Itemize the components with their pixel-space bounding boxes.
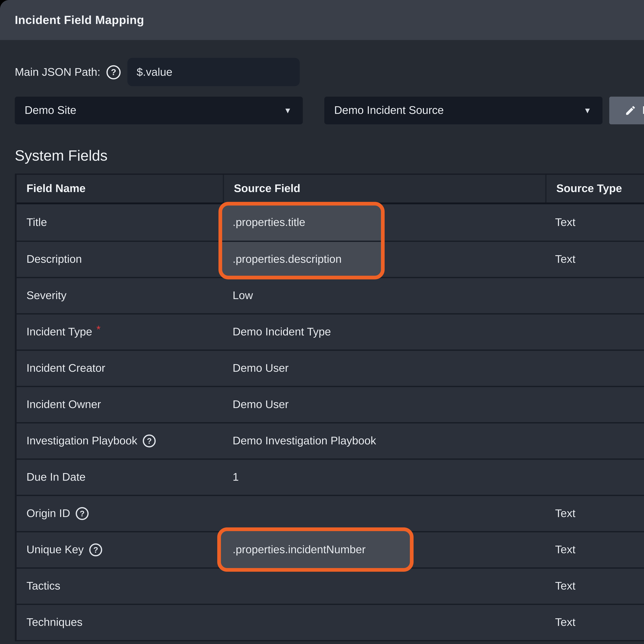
edit-source-button[interactable]: Edit Source [609,97,644,124]
field-name-cell: Severity [17,278,223,313]
incident-source-dropdown[interactable]: Demo Incident Source ▼ [324,97,603,124]
source-field-text: Demo Investigation Playbook [233,434,376,447]
dialog-title-bar: Incident Field Mapping × [0,0,644,40]
help-icon[interactable]: ? [143,434,156,447]
source-field-cell[interactable]: Low [223,278,545,313]
source-type-cell[interactable] [545,460,644,495]
table-row: Title .properties.title Text [17,204,644,241]
source-type-cell[interactable] [545,423,644,458]
source-type-cell[interactable]: Text [545,605,644,640]
table-row: Incident Type * Demo Incident Type [17,313,644,350]
table-row: Incident Owner Demo User [17,386,644,422]
field-name-cell: Unique Key ? [17,532,223,567]
table-row: Severity Low [17,277,644,313]
table-row: Unique Key ? .properties.incidentNumber … [17,531,644,567]
field-name-cell: Origin ID ? [17,496,223,531]
source-field-cell[interactable]: .properties.description [223,242,545,277]
source-field-cell[interactable] [223,605,545,640]
source-type-text: Text [555,616,575,629]
table-header-row: Field Name Source Field Source Type Rege… [17,173,644,204]
source-type-text: Text [555,580,575,593]
column-header-source-type: Source Type [545,175,644,202]
field-name-text: Description [26,253,82,266]
source-field-text: Demo User [233,398,289,411]
source-type-cell[interactable]: Text [545,569,644,604]
source-type-cell[interactable] [545,315,644,350]
source-field-text: Demo Incident Type [233,326,331,338]
column-header-field-name: Field Name [17,175,223,202]
main-json-path-input[interactable] [127,58,300,86]
source-type-cell[interactable]: Text [545,204,644,241]
source-field-cell[interactable]: Demo User [223,387,545,422]
field-name-text: Investigation Playbook [26,434,137,447]
field-name-cell: Incident Type * [17,315,223,350]
field-name-cell: Investigation Playbook ? [17,423,223,458]
source-field-cell[interactable]: Demo User [223,351,545,386]
source-type-cell[interactable] [545,387,644,422]
chevron-down-icon: ▼ [284,106,292,115]
pencil-icon [625,105,637,116]
table-row: Due In Date 1 [17,459,644,495]
source-field-cell[interactable]: Demo Incident Type [223,315,545,350]
dialog-title: Incident Field Mapping [15,13,144,27]
field-name-text: Severity [26,289,66,302]
edit-source-label: Edit Source [642,104,644,117]
source-field-cell[interactable]: .properties.incidentNumber [223,532,545,567]
main-json-path-row: Main JSON Path: ? [15,58,644,86]
source-type-cell[interactable]: Text [545,532,644,567]
column-header-source-field: Source Field [223,175,545,202]
source-type-text: Text [555,507,575,520]
table-body: Title .properties.title Text [17,204,644,640]
table-row: Investigation Playbook ? Demo Investigat… [17,422,644,459]
field-name-text: Incident Creator [26,362,105,375]
source-field-cell[interactable]: 1 [223,460,545,495]
chevron-down-icon: ▼ [583,106,591,115]
field-name-cell: Due In Date [17,460,223,495]
field-name-cell: Tactics [17,569,223,604]
table-row: Origin ID ? Text [17,495,644,531]
source-field-cell[interactable] [223,569,545,604]
field-name-text: Due In Date [26,471,86,484]
field-name-cell: Incident Creator [17,351,223,386]
field-name-text: Incident Owner [26,398,101,411]
site-dropdown[interactable]: Demo Site ▼ [15,97,303,124]
required-marker: * [96,323,101,336]
field-name-text: Incident Type [26,326,92,338]
table-row: Techniques Text [17,604,644,640]
help-icon[interactable]: ? [89,543,102,556]
field-name-cell: Incident Owner [17,387,223,422]
help-icon[interactable]: ? [107,65,121,79]
field-name-text: Unique Key [26,543,84,556]
source-type-cell[interactable]: Text [545,496,644,531]
source-type-text: Text [555,253,575,266]
source-type-cell[interactable] [545,278,644,313]
source-selection-bar: Demo Site ▼ Demo Incident Source ▼ Edit … [15,97,644,124]
incident-field-mapping-dialog: Incident Field Mapping × Main JSON Path:… [0,0,644,644]
site-dropdown-value: Demo Site [25,104,76,117]
table-row: Tactics Text [17,567,644,604]
source-type-text: Text [555,543,575,556]
source-field-cell[interactable] [223,496,545,531]
field-name-cell: Techniques [17,605,223,640]
field-name-text: Techniques [26,616,82,629]
field-name-text: Tactics [26,580,60,593]
system-fields-table: Field Name Source Field Source Type Rege… [15,173,644,641]
field-name-cell: Description [17,242,223,277]
incident-source-dropdown-value: Demo Incident Source [334,104,444,117]
main-json-path-label: Main JSON Path: [15,66,100,78]
source-field-text: Demo User [233,362,289,375]
source-type-cell[interactable] [545,351,644,386]
section-title: System Fields [15,147,644,164]
source-type-text: Text [555,216,575,229]
table-row: Description .properties.description Text [17,241,644,277]
source-field-text: Low [233,289,253,302]
field-name-text: Title [26,216,47,229]
table-row: Incident Creator Demo User [17,350,644,386]
source-field-cell[interactable]: .properties.title [223,204,545,241]
field-name-cell: Title [17,204,223,241]
source-field-cell[interactable]: Demo Investigation Playbook [223,423,545,458]
source-field-text: .properties.incidentNumber [233,543,366,556]
help-icon[interactable]: ? [76,507,89,520]
source-type-cell[interactable]: Text [545,242,644,277]
field-name-text: Origin ID [26,507,70,520]
